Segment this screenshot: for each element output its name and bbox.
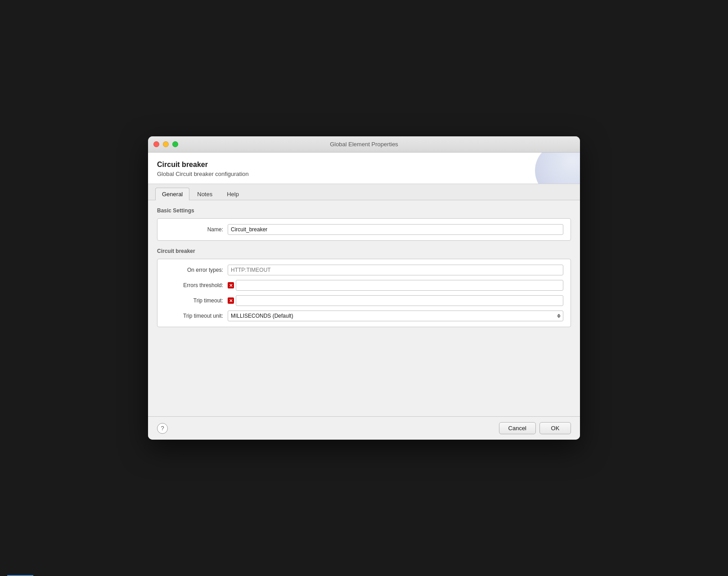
errors-threshold-input[interactable] bbox=[236, 280, 563, 291]
dialog-header: Circuit breaker Global Circuit breaker c… bbox=[148, 153, 580, 184]
dialog-title: Circuit breaker bbox=[157, 161, 571, 169]
errors-threshold-error-icon: ✕ bbox=[228, 282, 234, 288]
on-error-types-input[interactable] bbox=[228, 265, 563, 275]
title-bar-buttons bbox=[153, 141, 178, 147]
on-error-types-row: On error types: bbox=[165, 265, 563, 275]
cancel-button[interactable]: Cancel bbox=[499, 422, 536, 434]
name-input[interactable] bbox=[228, 224, 563, 235]
dialog-window: Global Element Properties Circuit breake… bbox=[148, 136, 580, 440]
maximize-button[interactable] bbox=[172, 141, 178, 147]
minimize-button[interactable] bbox=[163, 141, 169, 147]
errors-threshold-label: Errors threshold: bbox=[165, 282, 228, 288]
trip-timeout-error-icon: ✕ bbox=[228, 297, 234, 304]
trip-timeout-row: Trip timeout: ✕ bbox=[165, 295, 563, 306]
tab-notes[interactable]: Notes bbox=[190, 188, 219, 200]
trip-timeout-unit-wrapper: MILLISECONDS (Default) SECONDS MINUTES H… bbox=[228, 310, 563, 321]
ok-button[interactable]: OK bbox=[539, 422, 571, 434]
header-decoration bbox=[535, 153, 580, 184]
basic-settings-title: Basic Settings bbox=[157, 207, 571, 214]
errors-threshold-row: Errors threshold: ✕ bbox=[165, 280, 563, 291]
help-button[interactable]: ? bbox=[157, 423, 168, 434]
tab-help[interactable]: Help bbox=[220, 188, 246, 200]
circuit-breaker-box: On error types: Errors threshold: ✕ Trip… bbox=[157, 259, 571, 327]
dialog-content: Basic Settings Name: Circuit breaker On … bbox=[148, 200, 580, 416]
trip-timeout-unit-label: Trip timeout unit: bbox=[165, 313, 228, 319]
circuit-breaker-title: Circuit breaker bbox=[157, 248, 571, 254]
tab-general[interactable]: General bbox=[155, 188, 189, 200]
tab-bar: General Notes Help bbox=[148, 184, 580, 200]
errors-threshold-wrapper: ✕ bbox=[228, 280, 563, 291]
trip-timeout-input[interactable] bbox=[236, 295, 563, 306]
trip-timeout-label: Trip timeout: bbox=[165, 297, 228, 304]
window-title: Global Element Properties bbox=[330, 141, 398, 148]
title-bar: Global Element Properties bbox=[148, 136, 580, 153]
name-row: Name: bbox=[165, 224, 563, 235]
name-label: Name: bbox=[165, 226, 228, 233]
close-button[interactable] bbox=[153, 141, 159, 147]
on-error-types-label: On error types: bbox=[165, 267, 228, 273]
trip-timeout-unit-row: Trip timeout unit: MILLISECONDS (Default… bbox=[165, 310, 563, 321]
footer-buttons: Cancel OK bbox=[499, 422, 571, 434]
basic-settings-section: Basic Settings Name: bbox=[157, 207, 571, 241]
dialog-subtitle: Global Circuit breaker configuration bbox=[157, 171, 571, 177]
dialog-footer: ? Cancel OK bbox=[148, 416, 580, 440]
basic-settings-box: Name: bbox=[157, 218, 571, 241]
trip-timeout-unit-select[interactable]: MILLISECONDS (Default) SECONDS MINUTES H… bbox=[228, 310, 563, 321]
trip-timeout-wrapper: ✕ bbox=[228, 295, 563, 306]
circuit-breaker-section: Circuit breaker On error types: Errors t… bbox=[157, 248, 571, 327]
